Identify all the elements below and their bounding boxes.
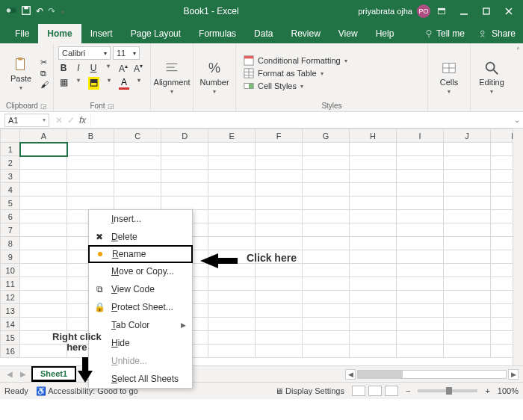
select-all-corner[interactable] — [1, 129, 20, 143]
row-header[interactable]: 9 — [1, 250, 20, 264]
tab-help[interactable]: Help — [367, 24, 403, 43]
format-as-table-button[interactable]: Format as Table▾ — [244, 68, 347, 78]
decrease-font-icon[interactable]: A▾ — [133, 63, 143, 74]
italic-button[interactable]: I — [73, 63, 84, 74]
cell[interactable] — [256, 331, 303, 345]
cell[interactable] — [350, 264, 397, 277]
col-header[interactable]: I — [397, 129, 444, 143]
row-header[interactable]: 10 — [1, 264, 20, 277]
cell[interactable] — [20, 210, 67, 223]
zoom-slider[interactable] — [418, 389, 477, 392]
col-header[interactable]: H — [350, 129, 397, 143]
fill-color-icon[interactable]: ⬒ — [88, 77, 99, 90]
increase-font-icon[interactable]: A▴ — [118, 63, 129, 74]
cancel-icon[interactable]: ✕ — [55, 115, 63, 126]
cell[interactable] — [350, 156, 397, 170]
cell[interactable] — [20, 197, 67, 210]
cell[interactable] — [443, 197, 490, 210]
cell[interactable] — [303, 331, 350, 345]
name-box[interactable]: A1▾ — [4, 114, 49, 127]
ctx-rename[interactable]: Rename — [88, 245, 193, 263]
display-settings[interactable]: 🖥 Display Settings — [275, 386, 344, 395]
cell[interactable] — [20, 223, 67, 237]
cell[interactable] — [303, 156, 350, 170]
tell-me[interactable]: Tell me — [417, 24, 472, 43]
ctx-select-all-sheets[interactable]: Select All Sheets — [89, 370, 192, 388]
row-header[interactable]: 12 — [1, 291, 20, 304]
cell[interactable] — [161, 197, 208, 210]
copy-icon[interactable]: ⧉ — [40, 69, 49, 78]
cell[interactable] — [303, 183, 350, 197]
cell[interactable] — [303, 304, 350, 318]
cell[interactable] — [350, 250, 397, 264]
cell[interactable] — [303, 264, 350, 277]
col-header[interactable]: A — [20, 129, 67, 143]
cell[interactable] — [350, 183, 397, 197]
sheet-tab-sheet1[interactable]: Sheet1 — [31, 366, 76, 382]
cell[interactable] — [350, 291, 397, 304]
view-normal-icon[interactable] — [352, 386, 365, 396]
editing-button[interactable]: Editing▾ — [475, 55, 508, 100]
cell[interactable] — [208, 183, 256, 197]
cell[interactable] — [350, 237, 397, 250]
row-header[interactable]: 1 — [1, 143, 20, 156]
alignment-button[interactable]: Alignment ▾ — [155, 55, 188, 100]
collapse-ribbon-icon[interactable]: ˄ — [513, 43, 523, 111]
tab-data[interactable]: Data — [245, 24, 282, 43]
clipboard-launcher[interactable]: ◲ — [40, 102, 47, 110]
save-icon[interactable] — [21, 5, 31, 18]
cell[interactable] — [443, 331, 490, 345]
hscroll-right[interactable]: ▶ — [508, 369, 519, 380]
zoom-in[interactable]: + — [485, 386, 489, 395]
cell[interactable] — [208, 277, 256, 291]
cell[interactable] — [256, 210, 303, 223]
col-header[interactable]: C — [114, 129, 161, 143]
cell[interactable] — [350, 277, 397, 291]
enter-icon[interactable]: ✓ — [67, 115, 75, 126]
col-header[interactable]: F — [256, 129, 303, 143]
cell[interactable] — [443, 170, 490, 183]
cell[interactable] — [397, 277, 444, 291]
row-header[interactable]: 16 — [1, 345, 20, 358]
row-header[interactable]: 6 — [1, 210, 20, 223]
expand-formula-bar[interactable]: ⌄ — [514, 116, 520, 124]
cell[interactable] — [303, 291, 350, 304]
cell[interactable] — [303, 197, 350, 210]
cell[interactable] — [20, 291, 67, 304]
maximize-button[interactable] — [475, 0, 498, 22]
cell[interactable] — [114, 170, 161, 183]
cell[interactable] — [350, 223, 397, 237]
tab-home[interactable]: Home — [38, 24, 81, 43]
cell[interactable] — [67, 183, 114, 197]
cell[interactable] — [208, 237, 256, 250]
cell[interactable] — [350, 197, 397, 210]
tab-file[interactable]: File — [6, 24, 38, 43]
zoom-out[interactable]: − — [406, 386, 410, 395]
horizontal-scrollbar[interactable] — [357, 370, 507, 379]
cell[interactable] — [20, 183, 67, 197]
ctx-insert[interactable]: Insert... — [89, 210, 192, 228]
col-header[interactable]: G — [303, 129, 350, 143]
cell[interactable] — [208, 291, 256, 304]
cell[interactable] — [350, 318, 397, 331]
cell[interactable] — [20, 304, 67, 318]
cell[interactable] — [397, 223, 444, 237]
cell[interactable] — [397, 210, 444, 223]
col-header[interactable]: J — [443, 129, 490, 143]
cells-button[interactable]: Cells▾ — [433, 55, 465, 100]
tab-insert[interactable]: Insert — [81, 24, 122, 43]
cell[interactable] — [443, 223, 490, 237]
cell[interactable] — [443, 277, 490, 291]
cell[interactable] — [67, 170, 114, 183]
ctx-hide[interactable]: Hide — [89, 334, 192, 352]
cell[interactable] — [397, 197, 444, 210]
cell[interactable] — [161, 143, 208, 156]
cell[interactable] — [208, 156, 256, 170]
cell[interactable] — [397, 250, 444, 264]
cell[interactable] — [256, 291, 303, 304]
cell[interactable] — [20, 170, 67, 183]
cell[interactable] — [397, 291, 444, 304]
cell[interactable] — [20, 250, 67, 264]
font-color-icon[interactable]: A — [119, 77, 129, 90]
underline-button[interactable]: U — [88, 63, 99, 74]
